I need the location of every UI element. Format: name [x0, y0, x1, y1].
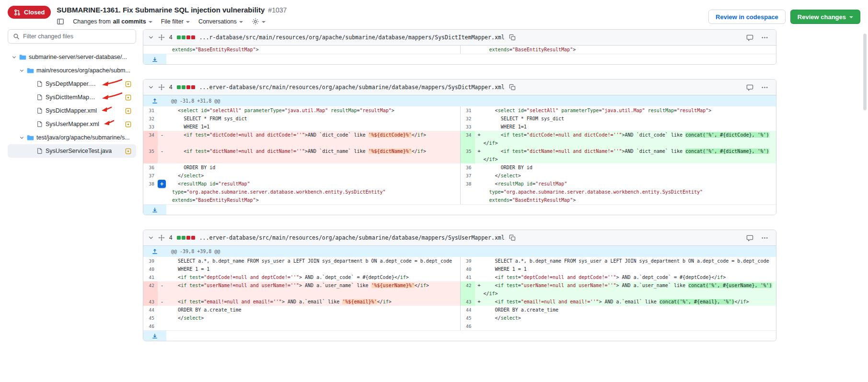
diffstat-deletion-square	[191, 236, 195, 240]
diff-cell-left: 34- <if test="dictCode!=null and dictCod…	[143, 131, 460, 147]
copy-path-icon[interactable]	[509, 234, 516, 241]
line-number[interactable]: 43	[143, 298, 158, 306]
tree-file-row[interactable]: SysUserServiceTest.java	[8, 144, 136, 158]
diff-row: 39 SELECT a.*, b.dept_name FROM sys_user…	[143, 257, 776, 265]
line-number[interactable]	[143, 46, 158, 54]
tree-file-row[interactable]: SysDictItemMapper.xml	[8, 91, 136, 104]
line-number[interactable]: 38	[461, 180, 475, 204]
tree-folder-row[interactable]: test/java/org/apache/submarine/s...	[8, 131, 136, 144]
file-filter-dropdown[interactable]: File filter	[161, 18, 190, 25]
line-number[interactable]: 34	[461, 131, 475, 147]
sidebar-toggle-icon[interactable]	[57, 18, 64, 25]
diff-marker	[158, 123, 166, 131]
line-number[interactable]: 35	[461, 147, 475, 163]
expand-hunk-button[interactable]	[143, 95, 166, 106]
comment-icon[interactable]	[746, 34, 753, 41]
line-number[interactable]: 46	[143, 322, 158, 330]
conversations-dropdown[interactable]: Conversations	[198, 18, 243, 25]
line-number[interactable]: 32	[461, 115, 475, 123]
line-number[interactable]: 38	[143, 180, 158, 204]
line-number[interactable]: 40	[143, 265, 158, 273]
copy-path-icon[interactable]	[509, 84, 516, 91]
diff-cell-left: 42- <if test="userName!=null and userNam…	[143, 281, 460, 298]
changes-from-dropdown[interactable]: Changes from all commits	[73, 18, 152, 25]
line-number[interactable]: 33	[461, 123, 475, 131]
expand-down-button[interactable]	[143, 54, 166, 64]
expand-down-button[interactable]	[143, 205, 166, 215]
code-line: WHERE 1=1	[166, 123, 460, 131]
line-number[interactable]: 45	[143, 314, 158, 322]
collapse-file-icon[interactable]	[148, 235, 154, 241]
tree-folder-row[interactable]: main/resources/org/apache/subm...	[8, 64, 136, 77]
comment-icon[interactable]	[746, 84, 753, 91]
line-number[interactable]: 46	[461, 322, 475, 330]
file-path[interactable]: ...erver-database/src/main/resources/org…	[199, 84, 505, 91]
tree-file-row[interactable]: SysUserMapper.xml	[8, 117, 136, 131]
diff-settings-dropdown[interactable]	[252, 18, 266, 25]
diffstat-addition-square	[182, 35, 185, 39]
line-number[interactable]: 42	[143, 281, 158, 298]
line-number[interactable]	[461, 46, 475, 54]
file-path[interactable]: ...r-database/src/main/resources/org/apa…	[199, 34, 505, 41]
line-number[interactable]: 37	[461, 172, 475, 180]
pr-number[interactable]: #1037	[268, 6, 287, 14]
line-number[interactable]: 44	[143, 306, 158, 314]
drag-handle-icon[interactable]	[158, 84, 165, 91]
tree-file-row[interactable]: SysDeptMapper.xml	[8, 77, 136, 91]
annotation-arrow	[101, 79, 123, 88]
diff-row: 38 <resultMap id="resultMap" type="org.a…	[143, 180, 776, 204]
diff-cell-left: 40 WHERE 1 = 1	[143, 265, 460, 273]
tree-file-row[interactable]: SysDictMapper.xml	[8, 104, 136, 117]
copy-path-icon[interactable]	[509, 34, 516, 41]
line-number[interactable]: 44	[461, 306, 475, 314]
diff-cell-right: 41 <if test="deptCode!=null and deptCode…	[460, 273, 777, 281]
collapse-file-icon[interactable]	[148, 35, 154, 40]
collapse-file-icon[interactable]	[148, 84, 154, 90]
expand-down-button[interactable]	[143, 331, 166, 341]
line-number[interactable]: 31	[461, 106, 475, 115]
diffstat-deletion-square	[186, 85, 190, 89]
file-path[interactable]: ...erver-database/src/main/resources/org…	[199, 234, 505, 241]
diff-row: 41 <if test="deptCode!=null and deptCode…	[143, 273, 776, 281]
line-number[interactable]: 33	[143, 123, 158, 131]
file-icon	[36, 107, 43, 114]
filter-changed-files-input[interactable]	[23, 33, 131, 40]
line-number[interactable]: 35	[143, 147, 158, 163]
add-comment-button[interactable]: +	[158, 180, 166, 188]
page-scrollbar[interactable]	[863, 34, 867, 110]
tree-item-label: test/java/org/apache/submarine/s...	[36, 134, 130, 141]
file-header-actions	[746, 34, 771, 41]
review-changes-button[interactable]: Review changes	[790, 10, 860, 24]
line-number[interactable]: 40	[461, 265, 475, 273]
folder-icon	[27, 134, 34, 141]
line-number[interactable]: 36	[143, 163, 158, 172]
kebab-menu-icon[interactable]	[761, 84, 768, 91]
code-line: <if test="dictCode!=null and dictCode!='…	[484, 131, 777, 147]
line-number[interactable]: 37	[143, 172, 158, 180]
comment-icon[interactable]	[746, 234, 753, 242]
drag-handle-icon[interactable]	[158, 234, 165, 241]
kebab-menu-icon[interactable]	[761, 34, 768, 41]
line-number[interactable]: 42	[461, 281, 475, 298]
line-number[interactable]: 41	[461, 273, 475, 281]
line-number[interactable]: 43	[461, 298, 475, 306]
modified-file-icon	[125, 108, 131, 114]
line-number[interactable]: 39	[143, 257, 158, 265]
line-number[interactable]: 32	[143, 115, 158, 123]
line-number[interactable]: 34	[143, 131, 158, 147]
line-number[interactable]: 45	[461, 314, 475, 322]
drag-handle-icon[interactable]	[158, 34, 165, 41]
line-number[interactable]: 36	[461, 163, 475, 172]
review-in-codespace-button[interactable]: Review in codespace	[708, 10, 786, 24]
expand-row-filler	[166, 54, 776, 64]
review-changes-label: Review changes	[798, 13, 846, 21]
expand-hunk-button[interactable]	[143, 246, 166, 257]
line-number[interactable]: 31	[143, 106, 158, 115]
diff-cell-left: 35- <if test="dictName!=null and dictNam…	[143, 147, 460, 163]
kebab-menu-icon[interactable]	[761, 234, 768, 242]
hunk-range: @@ -39,8 +39,8 @@	[166, 246, 225, 257]
tree-folder-row[interactable]: submarine-server/server-database/...	[8, 50, 136, 64]
diff-cell-right: 37 </select>	[460, 172, 777, 180]
line-number[interactable]: 41	[143, 273, 158, 281]
line-number[interactable]: 39	[461, 257, 475, 265]
